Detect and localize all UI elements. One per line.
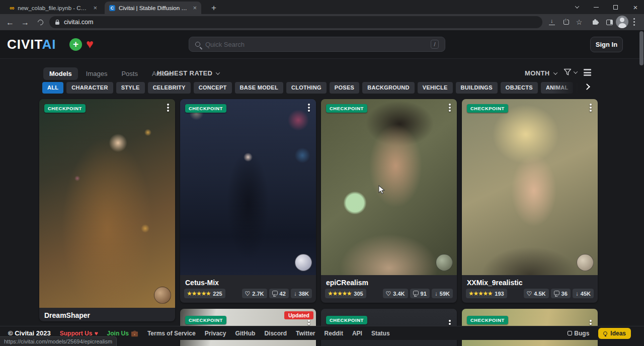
model-card-dreamshaper[interactable]: CHECKPOINT DreamShaper <box>39 99 175 321</box>
new-tab-button[interactable]: + <box>208 2 220 14</box>
browser-tab-civitai[interactable]: C Civitai | Stable Diffusion models, × <box>105 2 201 14</box>
footer-link-twitter[interactable]: Twitter <box>296 330 315 337</box>
logo-text: CIVIT <box>7 37 42 52</box>
creator-avatar[interactable] <box>436 254 453 271</box>
model-stats: ★★★★★ 305 ♡3.4K 91 ↓59K <box>321 289 457 303</box>
likes-chip[interactable]: ♡2.7K <box>242 289 267 298</box>
bugs-button[interactable]: Bugs <box>568 330 589 337</box>
search-input[interactable] <box>205 41 426 48</box>
tab-images[interactable]: Images <box>80 67 114 80</box>
site-header: CIVITAI + ♥ / Sign In <box>0 30 644 59</box>
filter-button[interactable] <box>564 68 577 76</box>
card-menu-icon[interactable] <box>590 104 592 106</box>
footer-link-support[interactable]: Support Us♥ <box>60 330 98 337</box>
footer-link-join[interactable]: Join Us💼 <box>107 330 138 337</box>
downloads-chip[interactable]: ↓45K <box>573 289 594 298</box>
footer-link-github[interactable]: GitHub <box>235 330 255 337</box>
card-menu-icon[interactable] <box>308 320 310 322</box>
creator-avatar[interactable] <box>295 254 312 271</box>
model-card-cetus-mix[interactable]: CHECKPOINT Cetus-Mix ★★★★★ 225 ♡2.7K 42 … <box>180 99 316 303</box>
rating-count: 305 <box>354 291 363 297</box>
footer-link-reddit[interactable]: Reddit <box>325 330 343 337</box>
sort-label: HIGHEST RATED <box>157 69 212 77</box>
chip-celebrity[interactable]: CELEBRITY <box>148 82 191 94</box>
footer-link-discord[interactable]: Discord <box>264 330 287 337</box>
address-bar[interactable]: civitai.com <box>49 16 542 28</box>
window-minimize-button[interactable] <box>588 0 605 14</box>
comments-chip[interactable]: 91 <box>410 289 430 298</box>
chip-concept[interactable]: CONCEPT <box>194 82 232 94</box>
chip-buildings[interactable]: BUILDINGS <box>456 82 498 94</box>
footer-link-terms[interactable]: Terms of Service <box>147 330 196 337</box>
card-menu-icon[interactable] <box>449 320 451 322</box>
layout-toggle-button[interactable] <box>584 69 591 76</box>
create-button[interactable]: + <box>69 38 82 51</box>
comments-chip[interactable]: 42 <box>269 289 289 298</box>
footer-link-status[interactable]: Status <box>371 330 390 337</box>
downloads-chip[interactable]: ↓38K <box>291 289 312 298</box>
period-dropdown[interactable]: MONTH <box>525 69 557 77</box>
model-type-badge: CHECKPOINT <box>467 104 508 113</box>
card-menu-icon[interactable] <box>590 320 592 322</box>
creator-avatar[interactable] <box>154 287 171 304</box>
card-menu-icon[interactable] <box>308 104 310 106</box>
footer-link-api[interactable]: API <box>352 330 362 337</box>
window-close-button[interactable]: × <box>627 0 644 14</box>
chip-poses[interactable]: POSES <box>330 82 359 94</box>
chip-character[interactable]: CHARACTER <box>66 82 113 94</box>
model-image: CHECKPOINT <box>39 99 175 308</box>
sort-dropdown[interactable]: HIGHEST RATED <box>157 69 219 77</box>
page-scrollbar[interactable] <box>639 31 643 345</box>
model-card-epicrealism[interactable]: CHECKPOINT epiCRealism ★★★★★ 305 ♡3.4K 9… <box>321 99 457 303</box>
search-bar[interactable]: / <box>189 37 445 52</box>
sign-in-button[interactable]: Sign In <box>590 37 623 52</box>
rating-chip[interactable]: ★★★★★ 305 <box>325 289 366 298</box>
likes-chip[interactable]: ♡4.5K <box>524 289 549 298</box>
card-menu-icon[interactable] <box>449 104 451 106</box>
download-icon: ↓ <box>435 291 438 297</box>
url-text: civitai.com <box>64 19 93 26</box>
side-panel-icon[interactable] <box>604 17 615 27</box>
scrollbar-thumb[interactable] <box>639 31 643 65</box>
comments-chip[interactable]: 36 <box>551 289 571 298</box>
model-card-xxmix[interactable]: CHECKPOINT XXMix_9realistic ★★★★★ 193 ♡4… <box>462 99 598 303</box>
extensions-icon[interactable] <box>590 17 601 27</box>
reload-button[interactable] <box>34 17 46 29</box>
creator-avatar[interactable] <box>577 254 594 271</box>
tab-close-icon[interactable]: × <box>93 5 97 11</box>
chip-style[interactable]: STYLE <box>116 82 145 94</box>
browser-tab-colab[interactable]: ∞ new_colab_file.ipynb - Colaborat × <box>5 2 102 14</box>
tab-close-icon[interactable]: × <box>193 5 197 11</box>
footer-link-privacy[interactable]: Privacy <box>205 330 226 337</box>
tab-search-icon[interactable] <box>569 0 586 14</box>
downloads-chip[interactable]: ↓59K <box>432 289 453 298</box>
civitai-logo[interactable]: CIVITAI <box>7 37 56 52</box>
browser-profile-avatar[interactable] <box>616 16 628 28</box>
share-icon[interactable] <box>560 17 572 27</box>
ideas-button[interactable]: Ideas <box>598 328 631 339</box>
likes-chip[interactable]: ♡3.4K <box>383 289 408 298</box>
model-stats: ★★★★★ 193 ♡4.5K 36 ↓45K <box>462 289 598 303</box>
tab-models[interactable]: Models <box>43 67 78 80</box>
logo-accent-text: AI <box>42 37 56 52</box>
chip-objects[interactable]: OBJECTS <box>501 82 538 94</box>
rating-chip[interactable]: ★★★★★ 225 <box>184 289 225 298</box>
forward-button[interactable]: → <box>19 17 31 29</box>
chip-vehicle[interactable]: VEHICLE <box>418 82 453 94</box>
chip-background[interactable]: BACKGROUND <box>362 82 415 94</box>
chip-all[interactable]: ALL <box>42 82 63 94</box>
browser-menu-icon[interactable] <box>633 18 635 20</box>
back-button[interactable]: ← <box>4 17 16 29</box>
bookmark-star-icon[interactable]: ☆ <box>574 17 585 27</box>
window-maximize-button[interactable] <box>607 0 624 14</box>
chip-base-model[interactable]: BASE MODEL <box>235 82 283 94</box>
card-menu-icon[interactable] <box>167 104 169 106</box>
tab-posts[interactable]: Posts <box>115 67 144 80</box>
support-heart-icon[interactable]: ♥ <box>86 37 94 51</box>
rating-chip[interactable]: ★★★★★ 193 <box>466 289 507 298</box>
install-icon[interactable] <box>546 17 557 27</box>
model-image: CHECKPOINT <box>321 99 457 275</box>
mouse-cursor <box>377 185 386 195</box>
updated-badge: Updated <box>284 311 313 319</box>
chip-clothing[interactable]: CLOTHING <box>286 82 327 94</box>
